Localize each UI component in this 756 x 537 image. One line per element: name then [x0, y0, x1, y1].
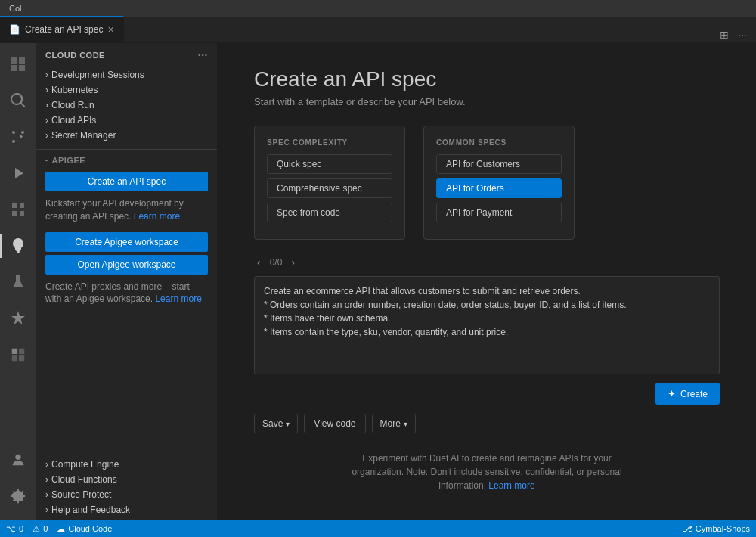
spec-complexity-title: Spec Complexity	[267, 138, 392, 147]
more-label: More	[380, 418, 401, 429]
sparkle-icon: ✦	[668, 388, 676, 399]
more-btn[interactable]: More ▾	[372, 414, 416, 433]
status-branch-btn[interactable]: ⎇ Cymbal-Shops	[683, 524, 750, 534]
tab-file-icon: 📄	[9, 24, 20, 35]
sidebar-item-cloud-apis[interactable]: Cloud APIs	[36, 113, 217, 128]
create-btn-row: ✦ Create	[254, 383, 720, 405]
save-btn[interactable]: Save ▾	[254, 414, 298, 433]
create-apigee-workspace-btn[interactable]: Create Apigee workspace	[45, 232, 208, 252]
split-editor-btn[interactable]: ⊞	[717, 27, 732, 42]
activity-spark[interactable]	[0, 300, 36, 337]
tab-label: Create an API spec	[25, 24, 103, 35]
activity-source-control[interactable]	[0, 119, 36, 155]
create-api-btn[interactable]: ✦ Create	[655, 383, 720, 405]
svg-rect-8	[18, 355, 23, 361]
activity-settings[interactable]	[0, 478, 36, 514]
activity-explorer[interactable]	[0, 46, 36, 82]
activity-flask[interactable]	[0, 264, 36, 300]
svg-rect-4	[17, 251, 20, 253]
remote-count: 0	[19, 524, 23, 533]
top-bar: Col	[0, 0, 756, 17]
chevron-development-sessions	[45, 70, 48, 80]
sidebar-label-help-feedback: Help and Feedback	[51, 504, 130, 515]
chevron-kubernetes	[45, 85, 48, 95]
main-content: Create an API spec Start with a template…	[218, 43, 756, 520]
kickstart-learn-more-link[interactable]: Learn more	[134, 211, 180, 222]
chevron-help-feedback	[45, 504, 48, 515]
status-cloud-code-btn[interactable]: ☁ Cloud Code	[57, 524, 112, 534]
view-code-btn[interactable]: View code	[304, 414, 365, 433]
nav-prev-btn[interactable]: ‹	[254, 255, 264, 270]
sidebar-label-kubernetes: Kubernetes	[51, 85, 98, 95]
svg-point-1	[21, 131, 24, 134]
tab-create-api-spec[interactable]: 📄 Create an API spec ×	[0, 16, 124, 42]
sidebar-item-compute-engine[interactable]: Compute Engine	[36, 457, 217, 472]
nav-next-btn[interactable]: ›	[288, 255, 298, 270]
cloud-code-label: Cloud Code	[68, 524, 112, 533]
activity-extra[interactable]	[0, 337, 36, 373]
status-warnings-btn[interactable]: ⚠ 0	[33, 524, 48, 534]
activity-account[interactable]	[0, 442, 36, 478]
footer-learn-more-link[interactable]: Learn more	[488, 480, 534, 491]
open-apigee-workspace-btn[interactable]: Open Apigee workspace	[45, 255, 208, 275]
sidebar-label-source-protect: Source Protect	[51, 489, 111, 500]
sidebar-header: Cloud Code ···	[36, 43, 217, 67]
footer-note: Experiment with Duet AI to create and re…	[336, 452, 638, 492]
branch-icon: ⎇	[683, 524, 692, 534]
top-bar-title: Col	[9, 4, 22, 13]
activity-run-debug[interactable]	[0, 155, 36, 191]
sidebar-spacer	[36, 312, 217, 457]
status-bar: ⌥ 0 ⚠ 0 ☁ Cloud Code ⎇ Cymbal-Shops	[0, 520, 756, 537]
create-api-spec-btn[interactable]: Create an API spec	[45, 172, 208, 191]
spec-btn-orders[interactable]: API for Orders	[436, 178, 562, 198]
sidebar-item-cloud-functions[interactable]: Cloud Functions	[36, 472, 217, 487]
sidebar-section-main: Development Sessions Kubernetes Cloud Ru…	[36, 67, 217, 143]
chevron-compute-engine	[45, 459, 48, 470]
tab-more-btn[interactable]: ···	[735, 27, 750, 42]
footer-note-text: Experiment with Duet AI to create and re…	[352, 453, 621, 491]
svg-point-9	[15, 455, 20, 460]
status-left: ⌥ 0 ⚠ 0 ☁ Cloud Code	[6, 524, 112, 534]
apigee-section: Apigee Create an API spec Kickstart your…	[36, 149, 217, 312]
sidebar-item-cloud-run[interactable]: Cloud Run	[36, 98, 217, 113]
apigee-label-text: Apigee	[52, 156, 86, 165]
apigee-section-header[interactable]: Apigee	[36, 153, 217, 167]
warning-icon: ⚠	[33, 524, 40, 534]
svg-point-0	[12, 140, 15, 143]
sidebar-label-compute-engine: Compute Engine	[51, 459, 119, 470]
api-description-textarea[interactable]: Create an ecommerce API that allows cust…	[254, 276, 720, 374]
warning-count: 0	[43, 524, 48, 533]
sidebar-item-secret-manager[interactable]: Secret Manager	[36, 128, 217, 143]
tab-close-btn[interactable]: ×	[107, 24, 113, 35]
activity-cloud-code[interactable]	[0, 228, 36, 264]
activity-search[interactable]	[0, 82, 36, 119]
remote-icon: ⌥	[6, 524, 16, 534]
status-remote-btn[interactable]: ⌥ 0	[6, 524, 23, 534]
sidebar-item-development-sessions[interactable]: Development Sessions	[36, 67, 217, 82]
svg-rect-3	[16, 250, 20, 251]
spec-btn-from-code[interactable]: Spec from code	[267, 203, 392, 222]
chevron-secret-manager	[45, 130, 48, 141]
sidebar-header-more[interactable]: ···	[198, 49, 208, 61]
activity-extensions[interactable]	[0, 191, 36, 228]
page-subtitle: Start with a template or describe your A…	[254, 96, 720, 107]
action-row: Save ▾ View code More ▾	[254, 414, 720, 433]
spec-btn-payment[interactable]: API for Payment	[436, 203, 562, 222]
tab-bar: 📄 Create an API spec × ⊞ ···	[0, 17, 756, 43]
page-title: Create an API spec	[254, 67, 720, 92]
spec-btn-comprehensive[interactable]: Comprehensive spec	[267, 178, 392, 198]
sidebar-item-kubernetes[interactable]: Kubernetes	[36, 82, 217, 98]
spec-btn-quick[interactable]: Quick spec	[267, 154, 392, 174]
create-btn-label: Create	[680, 389, 708, 399]
sidebar-item-source-protect[interactable]: Source Protect	[36, 487, 217, 502]
status-right: ⎇ Cymbal-Shops	[683, 524, 750, 534]
spec-btn-customers[interactable]: API for Customers	[436, 154, 562, 174]
cloud-code-icon: ☁	[57, 524, 65, 534]
sidebar-title: Cloud Code	[45, 51, 105, 60]
activity-bar	[0, 43, 36, 520]
sidebar-bottom-section: Compute Engine Cloud Functions Source Pr…	[36, 457, 217, 517]
apigee-learn-more-link[interactable]: Learn more	[155, 293, 201, 304]
sidebar: Cloud Code ··· Development Sessions Kube…	[36, 43, 218, 520]
sidebar-label-cloud-run: Cloud Run	[51, 100, 94, 110]
sidebar-item-help-feedback[interactable]: Help and Feedback	[36, 502, 217, 517]
